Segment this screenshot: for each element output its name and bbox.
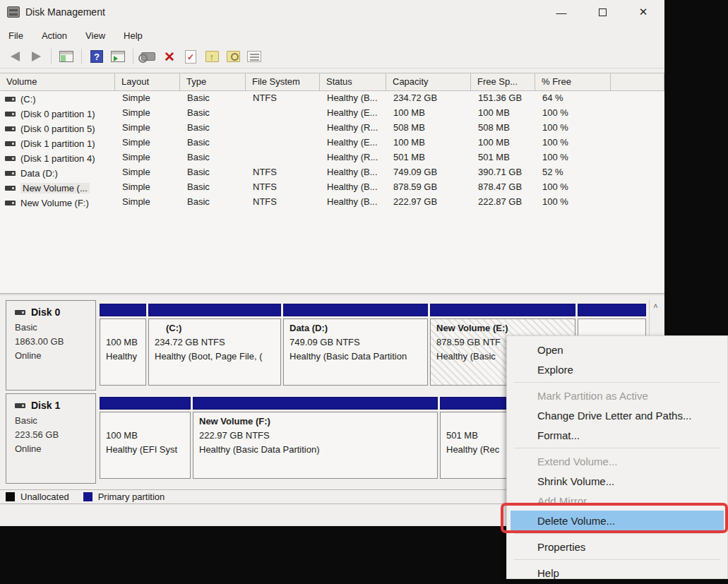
menu-item-explore[interactable]: Explore xyxy=(507,359,727,379)
table-row[interactable]: (Disk 1 partition 4) Simple Basic Health… xyxy=(0,150,664,165)
forward-icon[interactable] xyxy=(28,49,44,64)
volume-icon xyxy=(5,126,16,131)
disk1-partition-f[interactable]: New Volume (F:) 222.97 GB NTFS Healthy (… xyxy=(193,397,438,479)
volume-icon xyxy=(5,141,16,146)
menu-separator xyxy=(514,448,720,448)
volume-name: Data (D:) xyxy=(20,168,58,179)
disk-icon xyxy=(15,310,25,315)
disk0-partition-1[interactable]: 100 MB Healthy xyxy=(100,304,146,386)
table-row[interactable]: (Disk 1 partition 1) Simple Basic Health… xyxy=(0,136,664,150)
menu-item-format[interactable]: Format... xyxy=(507,425,727,445)
col-free-space[interactable]: Free Sp... xyxy=(471,73,535,90)
table-row-selected[interactable]: New Volume (... Simple Basic NTFS Health… xyxy=(0,180,664,195)
window-title: Disk Management xyxy=(25,6,105,18)
delete-icon[interactable]: ✕ xyxy=(161,49,178,64)
volume-icon xyxy=(5,186,16,191)
menu-view[interactable]: View xyxy=(85,28,114,45)
menu-item-shrink-volume[interactable]: Shrink Volume... xyxy=(507,471,727,491)
toolbar: ? ✕ xyxy=(0,45,664,68)
primary-partition-label: Primary partition xyxy=(98,491,165,502)
menu-item-change-drive-letter[interactable]: Change Drive Letter and Paths... xyxy=(507,405,727,425)
table-row[interactable]: (Disk 0 partition 1) Simple Basic Health… xyxy=(0,106,664,121)
volume-list-header: Volume Layout Type File System Status Ca… xyxy=(0,73,664,91)
list-view-icon[interactable] xyxy=(246,49,263,64)
partition-color-bar xyxy=(430,304,575,316)
col-status[interactable]: Status xyxy=(320,73,386,90)
volume-icon xyxy=(5,201,16,205)
volume-icon xyxy=(5,156,16,161)
volume-name: New Volume (... xyxy=(20,183,90,193)
disk0-partition-c[interactable]: (C:) 234.72 GB NTFS Healthy (Boot, Page … xyxy=(148,304,281,386)
close-button[interactable]: ✕ xyxy=(627,0,660,24)
volume-name: (Disk 1 partition 4) xyxy=(20,153,95,164)
disk1-label[interactable]: Disk 1 Basic 223.56 GB Online xyxy=(6,393,96,484)
toolbar-separator xyxy=(51,49,52,64)
table-row[interactable]: New Volume (F:) Simple Basic NTFS Health… xyxy=(0,195,664,210)
menu-action[interactable]: Action xyxy=(42,28,76,45)
volume-icon xyxy=(5,171,16,176)
col-pct-free[interactable]: % Free xyxy=(535,73,611,90)
disk-size: 223.56 GB xyxy=(15,428,95,442)
volume-name: (Disk 0 partition 1) xyxy=(20,109,95,119)
col-capacity[interactable]: Capacity xyxy=(386,73,471,90)
disk-name: Disk 0 xyxy=(31,306,60,318)
menu-help[interactable]: Help xyxy=(124,28,151,45)
col-file-system[interactable]: File System xyxy=(246,73,320,90)
volume-icon xyxy=(5,97,16,102)
partition-context-menu: Open Explore Mark Partition as Active Ch… xyxy=(506,335,728,579)
partition-color-bar xyxy=(100,397,191,410)
toolbar-separator xyxy=(81,49,82,64)
col-type[interactable]: Type xyxy=(180,73,246,90)
disk-size: 1863.00 GB xyxy=(15,335,95,349)
menu-item-add-mirror: Add Mirror... xyxy=(507,491,727,511)
maximize-button[interactable] xyxy=(586,0,619,24)
folder-search-icon[interactable] xyxy=(225,49,241,64)
device-view-icon[interactable] xyxy=(140,49,157,64)
disk-name: Disk 1 xyxy=(31,400,60,411)
menu-item-properties[interactable]: Properties xyxy=(507,537,727,556)
partition-color-bar xyxy=(283,304,428,316)
col-volume[interactable]: Volume xyxy=(0,73,115,90)
table-row[interactable]: (C:) Simple Basic NTFS Healthy (B... 234… xyxy=(0,91,664,106)
check-document-icon[interactable] xyxy=(182,49,199,64)
disk0-label[interactable]: Disk 0 Basic 1863.00 GB Online xyxy=(6,300,96,391)
menu-item-mark-partition-active: Mark Partition as Active xyxy=(507,386,727,405)
volume-name: (C:) xyxy=(20,94,36,105)
partition-color-bar xyxy=(148,304,281,316)
scroll-up-icon[interactable]: ˄ xyxy=(650,300,662,311)
back-icon[interactable] xyxy=(6,49,23,64)
disk1-partition-1[interactable]: 100 MB Healthy (EFI Syst xyxy=(100,397,191,479)
disk-status: Online xyxy=(15,442,95,456)
col-filler xyxy=(611,73,664,90)
table-row[interactable]: Data (D:) Simple Basic NTFS Healthy (B..… xyxy=(0,165,664,180)
menu-separator xyxy=(514,559,720,560)
col-layout[interactable]: Layout xyxy=(115,73,180,90)
menu-file[interactable]: File xyxy=(8,28,32,45)
volume-name: (Disk 0 partition 5) xyxy=(20,124,95,134)
menu-separator xyxy=(514,382,720,383)
menu-item-open[interactable]: Open xyxy=(507,340,727,359)
disk0-partition-data[interactable]: Data (D:) 749.09 GB NTFS Healthy (Basic … xyxy=(283,304,428,386)
volume-list: Volume Layout Type File System Status Ca… xyxy=(0,73,664,293)
menu-item-delete-volume[interactable]: Delete Volume... xyxy=(511,511,724,530)
menu-item-help[interactable]: Help xyxy=(507,563,727,583)
disk-icon xyxy=(15,403,25,408)
volume-icon xyxy=(5,112,16,117)
folder-up-icon[interactable] xyxy=(203,49,220,64)
volume-name: (Disk 1 partition 1) xyxy=(20,138,95,149)
title-bar: Disk Management — ✕ xyxy=(0,0,664,25)
toolbar-separator xyxy=(133,49,133,64)
action-pane-icon[interactable] xyxy=(109,49,126,64)
minimize-button[interactable]: — xyxy=(545,0,578,24)
maximize-icon xyxy=(599,8,607,16)
menu-bar: File Action View Help xyxy=(0,28,664,45)
partition-color-bar xyxy=(100,304,146,316)
disk-type: Basic xyxy=(15,321,95,335)
partition-color-bar xyxy=(193,397,438,410)
unallocated-swatch xyxy=(6,492,15,501)
console-tree-icon[interactable] xyxy=(58,49,75,64)
help-icon[interactable]: ? xyxy=(88,49,105,64)
volume-name: New Volume (F:) xyxy=(20,198,89,208)
disk-status: Online xyxy=(15,349,95,363)
table-row[interactable]: (Disk 0 partition 5) Simple Basic Health… xyxy=(0,121,664,136)
